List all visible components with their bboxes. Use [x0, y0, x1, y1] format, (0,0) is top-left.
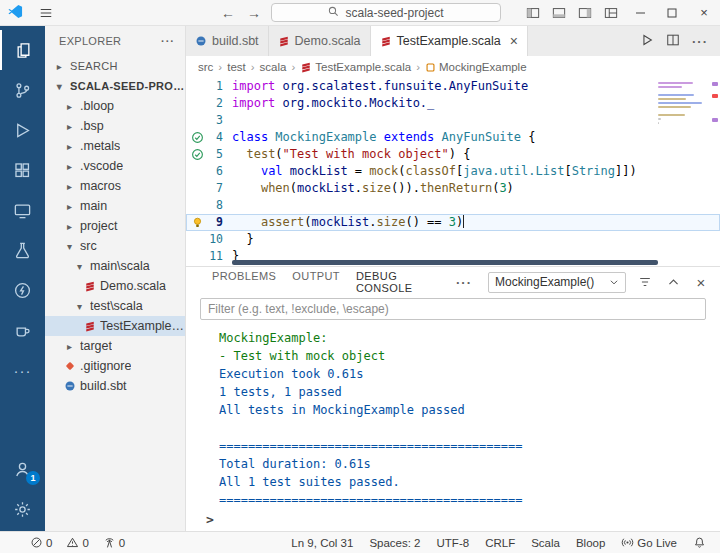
run-file-icon[interactable] — [640, 33, 654, 50]
test-pass-icon[interactable] — [186, 131, 208, 144]
explorer-sidebar: EXPLORER ··· ▸SEARCH▾SCALA-SEED-PROJECT▸… — [45, 26, 186, 531]
minimize-icon[interactable] — [624, 0, 656, 25]
lightbulb-icon[interactable] — [186, 216, 208, 229]
back-icon[interactable]: ← — [219, 5, 237, 21]
code-line-4[interactable]: 4class MockingExample extends AnyFunSuit… — [186, 129, 720, 146]
tree-item-macros[interactable]: ▸macros — [45, 176, 185, 196]
breadcrumb-test[interactable]: test — [227, 61, 246, 73]
tree-item-search[interactable]: ▸SEARCH — [45, 56, 185, 76]
breadcrumb-mockingexample[interactable]: MockingExample — [425, 61, 527, 73]
code-line-9[interactable]: 9 assert(mockList.size() == 3) — [186, 214, 720, 231]
tree-item-src[interactable]: ▾src — [45, 236, 185, 256]
minimap[interactable] — [658, 80, 706, 124]
tab-testexample-scala[interactable]: TestExample.scala× — [371, 26, 528, 56]
status-bloop[interactable]: Bloop — [572, 537, 609, 549]
code-line-2[interactable]: 2import org.mockito.Mockito._ — [186, 95, 720, 112]
explorer-more-actions-icon[interactable]: ··· — [161, 35, 175, 47]
code-line-3[interactable]: 3 — [186, 112, 720, 129]
toggle-secondary-sidebar-icon[interactable] — [572, 0, 598, 25]
tree-item-main[interactable]: ▸main — [45, 196, 185, 216]
tree-item-vscode[interactable]: ▸.vscode — [45, 156, 185, 176]
status-0[interactable]: 0 — [26, 536, 56, 549]
console-line: All tests in MockingExample passed — [219, 401, 720, 419]
activity-containers-icon[interactable] — [0, 310, 45, 350]
close-window-icon[interactable]: × — [688, 0, 720, 25]
panel-tab-problems[interactable]: PROBLEMS — [212, 263, 276, 301]
breadcrumb-label: MockingExample — [439, 61, 527, 73]
code-line-6[interactable]: 6 val mockList = mock(classOf[java.util.… — [186, 163, 720, 180]
tab-build-sbt[interactable]: build.sbt — [186, 26, 269, 56]
status-scala[interactable]: Scala — [527, 537, 564, 549]
breadcrumb-testexample-scala[interactable]: TestExample.scala — [300, 61, 411, 73]
settings-gear-icon[interactable] — [0, 489, 45, 529]
status-0[interactable]: 0 — [62, 536, 92, 549]
editor-more-actions-icon[interactable]: ··· — [692, 34, 708, 49]
forward-icon[interactable]: → — [245, 5, 263, 21]
code-line-7[interactable]: 7 when(mockList.size()).thenReturn(3) — [186, 180, 720, 197]
tree-item-scala-seed-project[interactable]: ▾SCALA-SEED-PROJECT — [45, 76, 185, 96]
tree-item-bloop[interactable]: ▸.bloop — [45, 96, 185, 116]
code-line-10[interactable]: 10 } — [186, 231, 720, 248]
tree-item-gitignore[interactable]: .gitignore — [45, 356, 185, 376]
accounts-icon[interactable]: 1 — [0, 449, 45, 489]
activity-bar: ··· 1 — [0, 26, 45, 531]
close-panel-icon[interactable]: × — [692, 272, 710, 292]
bottom-panel: PROBLEMSOUTPUTDEBUG CONSOLE ··· MockingE… — [186, 266, 720, 531]
breadcrumb-scala[interactable]: scala — [260, 61, 287, 73]
tree-item-label: project — [80, 219, 118, 233]
status-utf-8[interactable]: UTF-8 — [433, 537, 474, 549]
split-editor-icon[interactable] — [666, 33, 680, 50]
maximize-icon[interactable] — [656, 0, 688, 25]
activity-remote-explorer-icon[interactable] — [0, 190, 45, 230]
menu-icon[interactable] — [33, 0, 59, 25]
tree-item-testexample-scala[interactable]: TestExample.scala — [45, 316, 185, 336]
tree-item-test-scala[interactable]: ▾test\scala — [45, 296, 185, 316]
tree-item-main-scala[interactable]: ▾main\scala — [45, 256, 185, 276]
panel-more-actions-icon[interactable]: ··· — [456, 275, 472, 290]
breadcrumb-src[interactable]: src — [198, 61, 213, 73]
maximize-panel-icon[interactable] — [664, 272, 682, 292]
toggle-panel-icon[interactable] — [546, 0, 572, 25]
status-go-live[interactable]: Go Live — [617, 536, 681, 549]
panel-tab-output[interactable]: OUTPUT — [292, 263, 340, 301]
test-pass-icon[interactable] — [186, 148, 208, 161]
activity-more-icon[interactable]: ··· — [0, 350, 45, 390]
filter-icon[interactable] — [636, 272, 654, 292]
activity-explorer-icon[interactable] — [0, 30, 45, 70]
panel-tab-debug-console[interactable]: DEBUG CONSOLE — [356, 263, 440, 301]
activity-metals-icon[interactable] — [0, 270, 45, 310]
activity-testing-icon[interactable] — [0, 230, 45, 270]
console-line: Total duration: 0.61s — [219, 455, 720, 473]
code-editor[interactable]: 1import org.scalatest.funsuite.AnyFunSui… — [186, 78, 720, 266]
tree-item-project[interactable]: ▸project — [45, 216, 185, 236]
code-line-8[interactable]: 8 — [186, 197, 720, 214]
sbt-file-icon — [195, 35, 207, 47]
activity-run-debug-icon[interactable] — [0, 110, 45, 150]
code-line-5[interactable]: 5 test("Test with mock object") { — [186, 146, 720, 163]
status-ln-9-col-31[interactable]: Ln 9, Col 31 — [287, 537, 357, 549]
status-spaces-2[interactable]: Spaces: 2 — [365, 537, 424, 549]
tree-item-metals[interactable]: ▸.metals — [45, 136, 185, 156]
command-center-search[interactable]: scala-seed-project — [271, 3, 501, 22]
status-crlf[interactable]: CRLF — [481, 537, 519, 549]
tree-item-target[interactable]: ▸target — [45, 336, 185, 356]
horizontal-scrollbar[interactable] — [232, 260, 658, 265]
tab-demo-scala[interactable]: Demo.scala — [269, 26, 371, 56]
code-line-1[interactable]: 1import org.scalatest.funsuite.AnyFunSui… — [186, 78, 720, 95]
toggle-sidebar-icon[interactable] — [520, 0, 546, 25]
tree-item-build-sbt[interactable]: build.sbt — [45, 376, 185, 396]
debug-session-dropdown[interactable]: MockingExample() — [488, 272, 626, 293]
debug-session-label: MockingExample() — [495, 275, 594, 289]
console-input-row[interactable]: > — [186, 507, 720, 531]
activity-extensions-icon[interactable] — [0, 150, 45, 190]
console-filter-input[interactable] — [200, 298, 706, 320]
debug-console-output[interactable]: MockingExample:- Test with mock objectEx… — [186, 325, 720, 507]
status-0[interactable]: 0 — [99, 536, 129, 549]
scala-file-icon — [83, 320, 96, 332]
close-tab-icon[interactable]: × — [510, 34, 518, 48]
activity-source-control-icon[interactable] — [0, 70, 45, 110]
customize-layout-icon[interactable] — [598, 0, 624, 25]
tree-item-demo-scala[interactable]: Demo.scala — [45, 276, 185, 296]
tree-item-bsp[interactable]: ▸.bsp — [45, 116, 185, 136]
status-bell[interactable] — [689, 536, 710, 549]
